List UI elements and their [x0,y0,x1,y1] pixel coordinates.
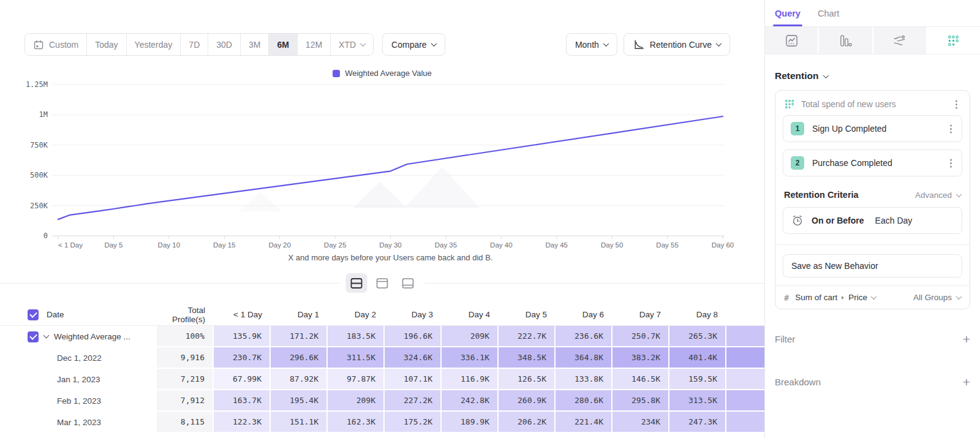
calendar-icon [33,39,44,50]
behavior-step-1[interactable]: 1Sign Up Completed [783,115,962,142]
value-cell: 296.6K [271,347,328,369]
column-header: Day 8 [669,310,726,319]
column-header: Day 4 [442,310,499,319]
split-view-button[interactable] [346,273,368,293]
add-filter-button[interactable]: + [963,333,970,345]
column-header: Day 2 [328,310,385,319]
value-cell: 348.5K [499,347,556,369]
value-cell: 183.5K [328,326,385,347]
retention-report-tab[interactable] [927,27,980,54]
range-30d[interactable]: 30D [208,34,240,55]
retention-icon [784,99,795,110]
range-custom[interactable]: Custom [25,34,86,55]
more-options-icon[interactable] [956,104,957,105]
chevron-down-icon [360,40,366,47]
granularity-label: Month [575,40,599,50]
retention-section-label: Retention [775,70,818,81]
behavior-step-2[interactable]: 2Purchase Completed [783,149,962,176]
panel-top-view-button[interactable] [372,273,393,293]
save-as-new-behavior-button[interactable]: Save as New Behavior [783,254,962,278]
watermark-triangle [352,182,407,208]
expand-chevron-icon[interactable] [43,333,50,339]
granularity-dropdown[interactable]: Month [566,33,617,56]
chart-type-label: Retention Curve [650,40,712,50]
group-label: All Groups [913,293,952,302]
x-axis-label: Day 40 [490,241,512,249]
range-label: Yesterday [135,40,173,50]
measure-selector: Sum of cart Price [795,293,907,302]
save-behavior-label: Save as New Behavior [791,261,878,271]
compare-button[interactable]: Compare [382,33,445,56]
value-cell-clipped [726,412,764,433]
x-axis-label: Day 30 [379,241,401,249]
y-axis-label: 1M [39,110,48,119]
value-cell: 280.6K [556,390,612,412]
table-row[interactable]: Weighted Average ...100%135.9K171.2K183.… [0,326,764,347]
panel-bottom-view-button[interactable] [398,273,419,293]
value-cell: 230.7K [214,347,271,369]
chart-legend[interactable]: Weighted Average Value [0,69,764,78]
value-cell: 159.5K [669,369,726,390]
column-header: < 1 Day [214,310,271,319]
retention-curve-icon [633,39,645,51]
table-row[interactable]: Jan 1, 20237,21967.99K87.92K97.87K107.1K… [0,369,764,390]
tab-chart[interactable]: Chart [818,0,839,26]
alarm-clock-icon [791,214,804,227]
range-xtd[interactable]: XTD [330,34,373,55]
group-selector[interactable]: All Groups [913,293,961,302]
range-label: XTD [339,40,356,50]
range-label: 6M [277,40,288,50]
range-yesterday[interactable]: Yesterday [126,34,181,55]
more-options-icon[interactable] [950,162,952,164]
table-row[interactable]: Feb 1, 20237,912163.7K195.4K209K227.2K24… [0,390,764,412]
tab-query[interactable]: Query [775,0,801,26]
range-7d[interactable]: 7D [180,34,208,55]
more-options-icon[interactable] [950,128,952,130]
panel-bottom-view-icon [402,278,415,289]
range-3m[interactable]: 3M [240,34,268,55]
value-cell: 209K [328,390,385,412]
insights-report-tab[interactable] [765,27,818,54]
select-all-checkbox[interactable] [28,309,39,320]
x-axis-label: Day 55 [656,241,678,249]
value-cell: 234K [612,412,669,433]
range-12m[interactable]: 12M [297,34,330,55]
report-main-panel: CustomTodayYesterday7D30D3M6M12MXTD Comp… [0,0,764,438]
value-cell: 163.7K [214,390,271,412]
toolbar-left-group: CustomTodayYesterday7D30D3M6M12MXTD Comp… [24,33,445,56]
flows-report-tab[interactable] [873,27,926,54]
row-label-cell: Jan 1, 2023 [0,369,157,390]
measure-property-label: Price [848,293,867,302]
x-axis-label: Day 45 [546,241,568,249]
x-axis-label: Day 5 [104,241,123,249]
chevron-down-icon [823,72,829,78]
retention-report-app: CustomTodayYesterday7D30D3M6M12MXTD Comp… [0,0,980,438]
step-number-badge: 2 [791,156,804,170]
column-header: Day 5 [499,310,556,319]
value-cell: 126.5K [499,369,556,390]
x-axis-label: Day 50 [601,241,623,249]
add-breakdown-button[interactable]: + [963,376,970,388]
range-6m[interactable]: 6M [268,34,296,55]
total-profiles-cell: 8,115 [157,412,214,433]
value-cell: 324.6K [385,347,442,369]
breakdown-section: Breakdown + [775,376,970,388]
range-today[interactable]: Today [86,34,126,55]
table-row[interactable]: Mar 1, 20238,115122.3K151.1K162.3K175.2K… [0,412,764,433]
retention-section-dropdown[interactable]: Retention [775,70,970,81]
funnels-report-tab[interactable] [819,27,872,54]
timing-when-label: On or Before [812,216,864,225]
value-cell: 87.92K [271,369,328,390]
step-event-label: Sign Up Completed [812,124,938,134]
chart-type-dropdown[interactable]: Retention Curve [624,33,730,56]
column-header: Day 1 [271,310,328,319]
column-header: Day 7 [612,310,669,319]
table-row[interactable]: Dec 1, 20229,916230.7K296.6K311.5K324.6K… [0,347,764,369]
retention-timing-row[interactable]: On or Before Each Day [783,207,962,234]
row-checkbox[interactable] [28,331,39,342]
value-cell: 146.5K [612,369,669,390]
retention-line-chart[interactable]: 0250K500K750K1M1.25M< 1 DayDay 5Day 10Da… [0,64,764,266]
criteria-mode-dropdown[interactable]: Advanced [915,191,961,200]
measure-row[interactable]: # Sum of cart Price All Groups [775,285,970,309]
value-cell: 311.5K [328,347,385,369]
